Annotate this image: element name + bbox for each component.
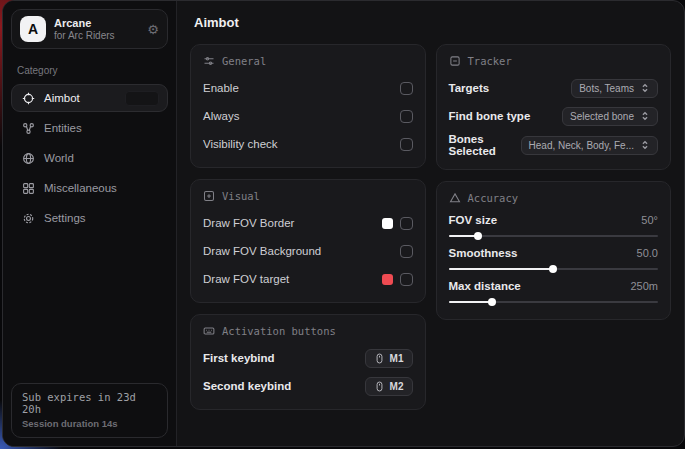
smoothness-slider[interactable] [449,268,659,270]
always-checkbox[interactable] [400,110,413,123]
brand-name: Arcane [54,17,139,30]
card-accuracy: Accuracy FOV size 50° [436,181,672,320]
card-title: Activation buttons [222,325,336,337]
tracker-icon [449,55,461,67]
sidebar: A Arcane for Arc Riders ⚙ Category Aimbo… [3,1,177,446]
gear-icon [21,211,35,225]
setting-row-fov-target: Draw FOV target [203,268,413,290]
session-duration: Session duration 14s [22,418,157,429]
max-distance-slider[interactable] [449,301,659,303]
setting-row-find-bone-type: Find bone type Selected bone [449,105,659,127]
sidebar-item-label: Aimbot [44,92,80,104]
setting-row-max-distance: Max distance 250m [449,280,659,303]
sidebar-item-aimbot[interactable]: Aimbot [11,84,168,112]
sidebar-nav: Aimbot Entities World Miscellaneous [11,84,168,232]
fov-target-checkbox[interactable] [400,273,413,286]
gear-icon[interactable]: ⚙ [147,22,159,37]
page-title: Aimbot [194,15,671,30]
setting-label: Targets [449,82,490,94]
setting-label: Visibility check [203,138,278,150]
setting-label: FOV size [449,214,498,226]
mouse-icon [374,353,385,364]
card-visual: Visual Draw FOV Border Draw FOV Backgrou… [190,179,426,303]
globe-icon [21,151,35,165]
sidebar-item-miscellaneous[interactable]: Miscellaneous [11,174,168,202]
nodes-icon [21,121,35,135]
setting-row-fov-size: FOV size 50° [449,214,659,237]
card-title: Accuracy [468,192,519,204]
keyboard-icon [203,325,215,337]
setting-label: Always [203,110,239,122]
card-general: General Enable Always Visibility check [190,44,426,168]
card-tracker: Tracker Targets Bots, Teams Find bone ty… [436,44,672,170]
subscription-status: Sub expires in 23d 20h Session duration … [11,383,168,438]
setting-row-bones-selected: Bones Selected Head, Neck, Body, Fe... [449,133,659,157]
setting-label: Draw FOV Background [203,245,321,257]
setting-label: Max distance [449,280,521,292]
setting-row-fov-border: Draw FOV Border [203,212,413,234]
slider-handle[interactable] [488,298,496,306]
sidebar-item-world[interactable]: World [11,144,168,172]
fov-size-value: 50° [641,214,658,226]
setting-label: Bones Selected [449,133,521,157]
fov-border-color-swatch[interactable] [382,218,393,229]
setting-label: Draw FOV target [203,273,289,285]
brand-subtitle: for Arc Riders [54,30,139,42]
sliders-icon [203,55,215,67]
slider-fill [449,301,493,303]
bones-selected-select[interactable]: Head, Neck, Body, Fe... [521,136,658,155]
app-window: A Arcane for Arc Riders ⚙ Category Aimbo… [2,0,685,447]
visibility-check-checkbox[interactable] [400,138,413,151]
keybind-value: M1 [390,353,404,364]
select-value: Head, Neck, Body, Fe... [529,140,634,151]
setting-label: First keybind [203,352,275,364]
accuracy-icon [449,192,461,204]
find-bone-type-select[interactable]: Selected bone [562,107,658,126]
mouse-icon [374,381,385,392]
visual-icon [203,190,215,202]
sidebar-item-label: World [44,152,74,164]
category-label: Category [17,65,162,76]
first-keybind-button[interactable]: M1 [365,349,413,368]
brand-logo: A [20,16,46,42]
setting-label: Second keybind [203,380,291,392]
fov-background-checkbox[interactable] [400,245,413,258]
fov-target-color-swatch[interactable] [382,274,393,285]
card-activation-buttons: Activation buttons First keybind M1 Seco… [190,314,426,410]
select-value: Bots, Teams [579,83,634,94]
setting-row-fov-background: Draw FOV Background [203,240,413,262]
slider-handle[interactable] [474,232,482,240]
setting-label: Draw FOV Border [203,217,294,229]
enable-checkbox[interactable] [400,82,413,95]
keybind-value: M2 [390,381,404,392]
brand-card: A Arcane for Arc Riders ⚙ [11,9,168,49]
setting-row-smoothness: Smoothness 50.0 [449,247,659,270]
setting-label: Smoothness [449,247,518,259]
setting-row-first-keybind: First keybind M1 [203,347,413,369]
keybind-badge [125,91,159,106]
card-title: General [222,55,266,67]
max-distance-value: 250m [630,280,658,292]
chevron-up-down-icon [640,83,650,93]
grid-icon [21,181,35,195]
setting-row-enable: Enable [203,77,413,99]
sidebar-item-settings[interactable]: Settings [11,204,168,232]
main-content: Aimbot General Enable Always [177,1,684,446]
fov-size-slider[interactable] [449,235,659,237]
card-title: Tracker [468,55,512,67]
fov-border-checkbox[interactable] [400,217,413,230]
select-value: Selected bone [570,111,634,122]
sidebar-item-label: Entities [44,122,82,134]
second-keybind-button[interactable]: M2 [365,377,413,396]
setting-row-always: Always [203,105,413,127]
sidebar-item-label: Miscellaneous [44,182,117,194]
setting-label: Enable [203,82,239,94]
sidebar-item-entities[interactable]: Entities [11,114,168,142]
targets-select[interactable]: Bots, Teams [571,79,658,98]
slider-handle[interactable] [549,265,557,273]
sidebar-item-label: Settings [44,212,86,224]
card-title: Visual [222,190,260,202]
setting-row-visibility-check: Visibility check [203,133,413,155]
smoothness-value: 50.0 [637,247,658,259]
chevron-up-down-icon [640,111,650,121]
